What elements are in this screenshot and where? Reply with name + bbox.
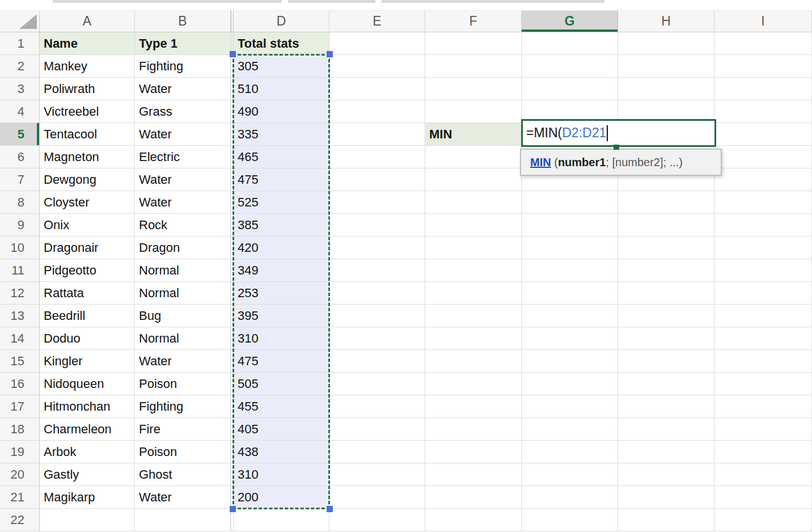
cell-B19[interactable]: Poison: [135, 441, 231, 463]
cell-A4[interactable]: Victreebel: [40, 100, 135, 123]
cell-H21[interactable]: [618, 486, 714, 509]
cell-D18[interactable]: 405: [234, 418, 329, 441]
cell-F22[interactable]: [425, 509, 522, 531]
cell-F12[interactable]: [425, 282, 522, 305]
cell-I10[interactable]: [714, 237, 812, 259]
cell-B6[interactable]: Electric: [135, 146, 231, 168]
cell-G22[interactable]: [522, 509, 618, 531]
cell-B14[interactable]: Normal: [135, 327, 231, 350]
cell-H19[interactable]: [618, 441, 714, 463]
cell-B21[interactable]: Water: [135, 486, 231, 509]
row-header-1[interactable]: 1: [0, 32, 40, 55]
cell-A14[interactable]: Doduo: [40, 327, 135, 350]
cell-H15[interactable]: [618, 350, 714, 373]
row-header-16[interactable]: 16: [0, 373, 40, 395]
cell-D14[interactable]: 310: [234, 327, 329, 350]
cell-D7[interactable]: 475: [234, 168, 329, 191]
cell-E3[interactable]: [329, 78, 425, 100]
cell-E9[interactable]: [329, 214, 425, 237]
cell-D9[interactable]: 385: [234, 214, 329, 237]
cell-A22[interactable]: [40, 509, 135, 531]
selection-handle-bottom-left[interactable]: [230, 506, 236, 512]
cell-E11[interactable]: [329, 259, 425, 282]
cell-E16[interactable]: [329, 373, 425, 395]
column-header-a[interactable]: A: [40, 11, 135, 33]
column-header-f[interactable]: F: [425, 11, 522, 33]
cell-B2[interactable]: Fighting: [135, 55, 231, 78]
cell-F4[interactable]: [425, 100, 522, 123]
cell-E20[interactable]: [329, 463, 425, 486]
cell-I15[interactable]: [714, 350, 812, 373]
cell-D8[interactable]: 525: [234, 191, 329, 214]
row-header-15[interactable]: 15: [0, 350, 40, 373]
cell-H8[interactable]: [618, 191, 714, 214]
cell-H3[interactable]: [618, 78, 714, 100]
cell-G2[interactable]: [522, 55, 618, 78]
cell-A3[interactable]: Poliwrath: [40, 78, 135, 100]
cell-G10[interactable]: [522, 237, 618, 259]
cell-E13[interactable]: [329, 305, 425, 327]
cell-H9[interactable]: [618, 214, 714, 237]
select-all-button[interactable]: [0, 11, 40, 33]
cell-H16[interactable]: [618, 373, 714, 395]
cell-B1[interactable]: Type 1: [135, 32, 231, 55]
cell-B8[interactable]: Water: [135, 191, 231, 214]
row-header-19[interactable]: 19: [0, 441, 40, 463]
cell-D19[interactable]: 438: [234, 441, 329, 463]
cell-G17[interactable]: [522, 395, 618, 418]
cell-D3[interactable]: 510: [234, 78, 329, 100]
cell-I9[interactable]: [714, 214, 812, 237]
row-header-3[interactable]: 3: [0, 78, 40, 100]
cell-A21[interactable]: Magikarp: [40, 486, 135, 509]
cell-G1[interactable]: [522, 32, 618, 55]
cell-B3[interactable]: Water: [135, 78, 231, 100]
cell-E15[interactable]: [329, 350, 425, 373]
cell-I18[interactable]: [714, 418, 812, 441]
cell-I1[interactable]: [714, 32, 812, 55]
cell-A15[interactable]: Kingler: [40, 350, 135, 373]
row-header-13[interactable]: 13: [0, 305, 40, 327]
cell-H2[interactable]: [618, 55, 714, 78]
cell-F3[interactable]: [425, 78, 522, 100]
cell-F14[interactable]: [425, 327, 522, 350]
cell-D10[interactable]: 420: [234, 237, 329, 259]
row-header-18[interactable]: 18: [0, 418, 40, 441]
cell-G9[interactable]: [522, 214, 618, 237]
cell-E5[interactable]: [329, 123, 425, 146]
cell-A8[interactable]: Cloyster: [40, 191, 135, 214]
row-header-2[interactable]: 2: [0, 55, 40, 78]
cell-G13[interactable]: [522, 305, 618, 327]
cell-I13[interactable]: [714, 305, 812, 327]
cell-I20[interactable]: [714, 463, 812, 486]
cell-I4[interactable]: [714, 100, 812, 123]
cell-F11[interactable]: [425, 259, 522, 282]
column-header-g[interactable]: G: [522, 11, 618, 33]
cell-G20[interactable]: [522, 463, 618, 486]
cell-A9[interactable]: Onix: [40, 214, 135, 237]
column-header-i[interactable]: I: [714, 11, 812, 33]
cell-E12[interactable]: [329, 282, 425, 305]
selection-handle-top-right[interactable]: [327, 51, 333, 57]
cell-E21[interactable]: [329, 486, 425, 509]
cell-A17[interactable]: Hitmonchan: [40, 395, 135, 418]
cell-I8[interactable]: [714, 191, 812, 214]
cell-A5[interactable]: Tentacool: [40, 123, 135, 146]
cell-F19[interactable]: [425, 441, 522, 463]
cell-F7[interactable]: [425, 168, 522, 191]
cell-B13[interactable]: Bug: [135, 305, 231, 327]
selection-handle-bottom-right[interactable]: [327, 506, 333, 512]
row-header-8[interactable]: 8: [0, 191, 40, 214]
cell-I5[interactable]: [714, 123, 812, 146]
selection-handle-top-left[interactable]: [230, 51, 236, 57]
cell-I16[interactable]: [714, 373, 812, 395]
cell-I14[interactable]: [714, 327, 812, 350]
cell-A20[interactable]: Gastly: [40, 463, 135, 486]
cell-F21[interactable]: [425, 486, 522, 509]
cell-H18[interactable]: [618, 418, 714, 441]
cell-I2[interactable]: [714, 55, 812, 78]
column-header-e[interactable]: E: [329, 11, 425, 33]
cell-D17[interactable]: 455: [234, 395, 329, 418]
row-header-7[interactable]: 7: [0, 168, 40, 191]
cell-B20[interactable]: Ghost: [135, 463, 231, 486]
cell-A7[interactable]: Dewgong: [40, 168, 135, 191]
